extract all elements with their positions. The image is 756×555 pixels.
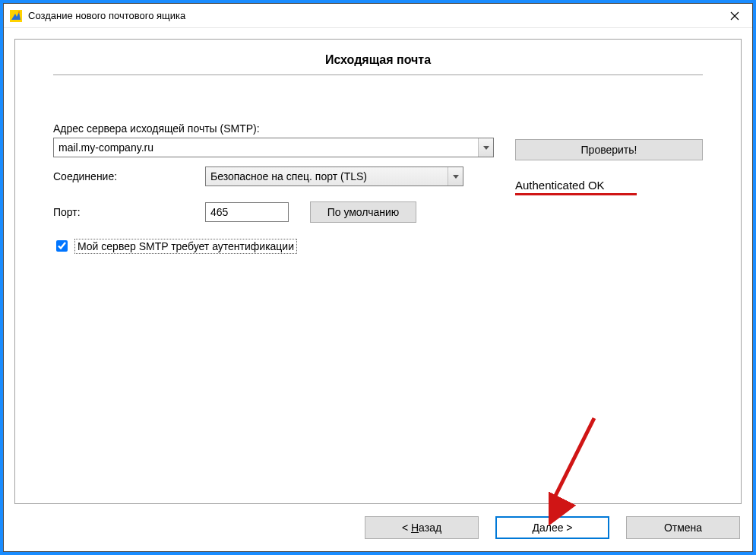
back-button[interactable]: < Назад xyxy=(365,516,479,539)
connection-label: Соединение: xyxy=(53,170,205,182)
app-icon xyxy=(10,10,22,22)
annotation-underline xyxy=(515,193,637,195)
titlebar: Создание нового почтового ящика xyxy=(4,4,752,28)
auth-required-checkbox[interactable] xyxy=(56,240,68,252)
smtp-server-label: Адрес сервера исходящей почты (SMTP): xyxy=(53,122,494,135)
auth-checkbox-row: Мой сервер SMTP требует аутентификации xyxy=(53,238,494,254)
connection-select[interactable]: Безопасное на спец. порт (TLS) xyxy=(205,166,463,186)
smtp-server-combo[interactable] xyxy=(53,138,494,157)
chevron-down-icon[interactable] xyxy=(478,138,493,157)
connection-combo[interactable]: Безопасное на спец. порт (TLS) xyxy=(205,166,463,186)
close-button[interactable] xyxy=(717,4,752,28)
content-area: Исходящая почта Адрес сервера исходящей … xyxy=(4,28,752,551)
status-text: Authenticated OK xyxy=(515,179,703,192)
wizard-buttons: < Назад Далее > Отмена xyxy=(14,504,742,541)
test-connection-button[interactable]: Проверить! xyxy=(515,139,703,160)
dialog-window: Создание нового почтового ящика Исходяща… xyxy=(3,3,753,552)
window-title: Создание нового почтового ящика xyxy=(28,10,717,21)
auth-required-label[interactable]: Мой сервер SMTP требует аутентификации xyxy=(74,239,297,254)
smtp-server-input[interactable] xyxy=(53,138,494,157)
port-label: Порт: xyxy=(53,206,205,218)
cancel-button[interactable]: Отмена xyxy=(626,516,740,539)
form-left: Адрес сервера исходящей почты (SMTP): Со… xyxy=(53,122,494,254)
wizard-panel: Исходящая почта Адрес сервера исходящей … xyxy=(14,39,742,504)
next-button[interactable]: Далее > xyxy=(495,516,609,539)
page-title: Исходящая почта xyxy=(53,53,703,75)
port-input[interactable] xyxy=(205,202,289,222)
chevron-down-icon[interactable] xyxy=(448,167,463,186)
form-right: Проверить! Authenticated OK xyxy=(515,122,703,254)
close-icon xyxy=(730,11,739,21)
form-area: Адрес сервера исходящей почты (SMTP): Со… xyxy=(53,122,703,254)
default-port-button[interactable]: По умолчанию xyxy=(310,201,416,223)
svg-point-1 xyxy=(18,11,20,12)
